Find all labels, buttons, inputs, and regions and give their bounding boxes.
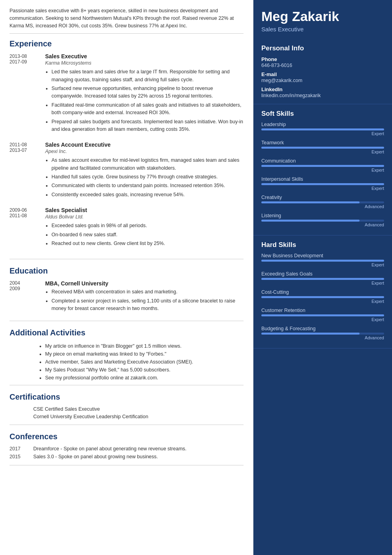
exp-company: Aldus Bolivar Ltd. — [45, 214, 244, 220]
skill-bar-bg — [261, 183, 384, 185]
skill-bar-bg — [261, 165, 384, 167]
conf-desc: Sales 3.0 - Spoke on panel about growing… — [33, 454, 244, 459]
certifications-section: Certifications CSE Certified Sales Execu… — [10, 392, 244, 425]
skill-bar-bg — [261, 220, 384, 222]
experience-item: 2009-062011-08 Sales Specialist Aldus Bo… — [10, 207, 244, 249]
certifications-title: Certifications — [10, 392, 244, 402]
skill-bar-bg — [261, 278, 384, 280]
skill-item: Cost-Cutting Expert — [261, 289, 384, 304]
list-item: Communicated with clients to understand … — [51, 182, 244, 189]
experience-item: 2013-082017-09 Sales Executive Karma Mic… — [10, 53, 244, 134]
conf-item: 2015 Sales 3.0 - Spoke on panel about gr… — [10, 454, 244, 459]
exp-dates: 2011-082013-07 — [10, 142, 45, 200]
exp-bullets: Led the sales team and sales drive for a… — [45, 68, 244, 133]
list-item: My Sales Podcast "Why We Sell," has 5,00… — [45, 366, 244, 374]
skill-bar-bg — [261, 147, 384, 149]
list-item: Surfaced new revenue opportunities, enha… — [51, 85, 244, 100]
name-block: Meg Zakarik Sales Executive — [253, 0, 392, 39]
skill-name: Creativity — [261, 195, 384, 200]
skill-item: New Business Development Expert — [261, 253, 384, 267]
experience-section: Experience 2013-082017-09 Sales Executiv… — [10, 39, 244, 259]
cert-item: CSE Certified Sales Executive — [10, 406, 244, 412]
skill-name: Budgeting & Forecasting — [261, 326, 384, 331]
activities-title: Additional Activities — [10, 328, 244, 338]
hard-skills-title: Hard Skills — [261, 241, 384, 249]
skill-bar-fill — [261, 260, 384, 262]
list-item: Reached out to new clients. Grew client … — [51, 240, 244, 247]
exp-job-title: Sales Executive — [45, 53, 244, 59]
experience-item: 2011-082013-07 Sales Account Executive A… — [10, 142, 244, 200]
skill-bar-bg — [261, 333, 384, 335]
exp-body: Sales Executive Karma Microsystems Led t… — [45, 53, 244, 134]
education-list: 20042009 MBA, Cornell University Receive… — [10, 280, 244, 314]
candidate-title: Sales Executive — [261, 26, 384, 33]
list-item: Led the sales team and sales drive for a… — [51, 68, 244, 84]
summary-text: Passionate sales executive with 8+ years… — [10, 7, 244, 34]
cert-item: Cornell University Executive Leadership … — [10, 414, 244, 419]
list-item: Active member, Sales and Marketing Execu… — [45, 358, 244, 366]
skill-name: Teamwork — [261, 140, 384, 145]
skill-item: Customer Retention Expert — [261, 308, 384, 322]
personal-info-section: Personal Info Phone 646-873-6016 E-mail … — [253, 39, 392, 104]
list-item: As sales account executive for mid-level… — [51, 157, 244, 172]
skill-level-label: Advanced — [261, 335, 384, 340]
conferences-title: Conferences — [10, 432, 244, 442]
skill-level-label: Expert — [261, 149, 384, 154]
skill-bar-bg — [261, 201, 384, 203]
skill-name: Leadership — [261, 122, 384, 127]
email-label: E-mail — [261, 71, 384, 77]
skill-bar-fill — [261, 296, 384, 298]
edu-dates: 20042009 — [10, 280, 45, 314]
skill-bar-fill — [261, 183, 384, 185]
skill-name: Cost-Cutting — [261, 289, 384, 295]
cert-list: CSE Certified Sales ExecutiveCornell Uni… — [10, 406, 244, 419]
right-column: Meg Zakarik Sales Executive Personal Inf… — [253, 0, 392, 555]
list-item: Received MBA with concentration in sales… — [51, 288, 244, 296]
skill-name: Communication — [261, 158, 384, 164]
soft-skills-section: Soft Skills Leadership Expert Teamwork E… — [253, 104, 392, 235]
skill-level-label: Expert — [261, 262, 384, 267]
education-item: 20042009 MBA, Cornell University Receive… — [10, 280, 244, 314]
skill-item: Communication Expert — [261, 158, 384, 172]
skill-bar-fill — [261, 333, 360, 335]
skill-item: Exceeding Sales Goals Expert — [261, 271, 384, 285]
conf-desc: Dreamforce - Spoke on panel about genera… — [33, 446, 244, 452]
skill-bar-fill — [261, 220, 360, 222]
skill-bar-fill — [261, 128, 384, 130]
skill-level-label: Advanced — [261, 204, 384, 209]
skill-level-label: Expert — [261, 168, 384, 172]
conf-year: 2017 — [10, 446, 33, 452]
list-item: Exceeded sales goals in 98% of all perio… — [51, 222, 244, 230]
education-section: Education 20042009 MBA, Cornell Universi… — [10, 266, 244, 321]
linkedin-value: linkedin.com/in/megzakarik — [261, 93, 384, 98]
skill-bar-fill — [261, 147, 384, 149]
left-column: Passionate sales executive with 8+ years… — [0, 0, 253, 555]
soft-skills-list: Leadership Expert Teamwork Expert Commun… — [261, 122, 384, 227]
skill-bar-bg — [261, 128, 384, 130]
list-item: Prepared all sales budgets and forecasts… — [51, 118, 244, 134]
skill-level-label: Expert — [261, 186, 384, 191]
skill-name: Exceeding Sales Goals — [261, 271, 384, 277]
activities-section: Additional Activities My article on infl… — [10, 328, 244, 385]
exp-body: Sales Account Executive Apexi Inc. As sa… — [45, 142, 244, 200]
email-value: meg@zakarik.com — [261, 78, 384, 83]
conf-list: 2017 Dreamforce - Spoke on panel about g… — [10, 446, 244, 459]
list-item: Consistently exceeded sales goals, incre… — [51, 191, 244, 199]
experience-list: 2013-082017-09 Sales Executive Karma Mic… — [10, 53, 244, 249]
conf-year: 2015 — [10, 454, 33, 459]
skill-item: Teamwork Expert — [261, 140, 384, 154]
exp-bullets: As sales account executive for mid-level… — [45, 157, 244, 199]
list-item: Handled full sales cycle. Grew business … — [51, 173, 244, 181]
exp-dates: 2013-082017-09 — [10, 53, 45, 134]
exp-dates: 2009-062011-08 — [10, 207, 45, 249]
hard-skills-section: Hard Skills New Business Development Exp… — [253, 235, 392, 348]
phone-value: 646-873-6016 — [261, 63, 384, 68]
soft-skills-title: Soft Skills — [261, 110, 384, 118]
skill-name: Interpersonal Skills — [261, 176, 384, 182]
list-item: Completed a senior project in sales, sel… — [51, 297, 244, 313]
exp-company: Apexi Inc. — [45, 149, 244, 154]
skill-item: Leadership Expert — [261, 122, 384, 136]
skill-item: Creativity Advanced — [261, 195, 384, 209]
skill-level-label: Advanced — [261, 222, 384, 227]
skill-bar-fill — [261, 201, 360, 203]
